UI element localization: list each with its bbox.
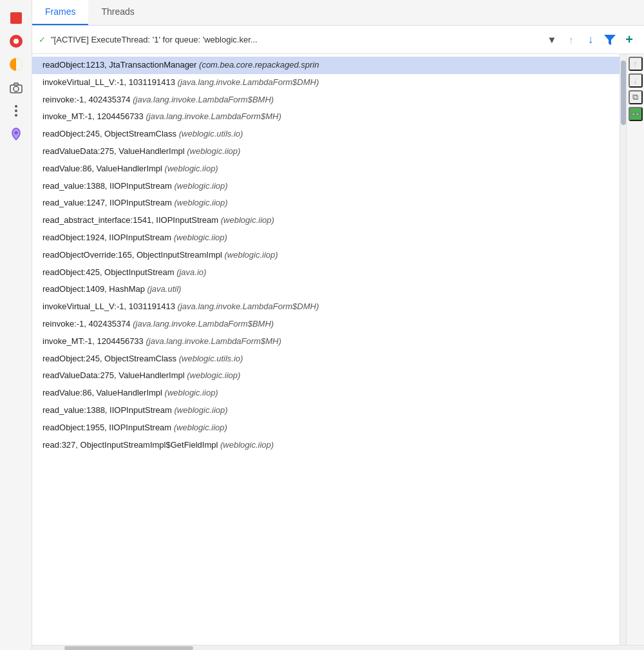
svg-point-2: [14, 131, 17, 135]
check-icon: ✓: [39, 35, 46, 44]
stack-frame-16[interactable]: invoke_MT:-1, 1204456733 (java.lang.invo…: [32, 333, 620, 350]
right-down-button[interactable]: ↓: [629, 73, 643, 88]
stack-frame-19[interactable]: readValue:86, ValueHandlerImpl (weblogic…: [32, 385, 620, 402]
camera-icon[interactable]: [6, 77, 26, 98]
stack-frame-9[interactable]: read_abstract_interface:1541, IIOPInputS…: [32, 212, 620, 229]
pin-icon[interactable]: [6, 124, 26, 144]
scroll-up-button[interactable]: ↑: [563, 32, 580, 48]
stack-frame-5[interactable]: readValueData:275, ValueHandlerImpl (web…: [32, 143, 620, 160]
resume-icon[interactable]: [6, 54, 26, 75]
copy-button[interactable]: ⧉: [629, 90, 643, 104]
stack-frame-0[interactable]: readObject:1213, JtaTransactionManager (…: [32, 57, 620, 74]
scroll-thumb: [621, 61, 626, 125]
stack-frame-14[interactable]: invokeVirtual_LL_V:-1, 1031191413 (java.…: [32, 298, 620, 316]
stack-frame-11[interactable]: readObjectOverride:165, ObjectInputStrea…: [32, 247, 620, 264]
stack-frame-21[interactable]: readObject:1955, IIOPInputStream (weblog…: [32, 419, 620, 437]
content-area[interactable]: readObject:1213, JtaTransactionManager (…: [32, 54, 620, 645]
filter-button[interactable]: [601, 32, 618, 48]
add-button[interactable]: +: [621, 32, 638, 48]
stack-frame-7[interactable]: read_value:1388, IIOPInputStream (weblog…: [32, 178, 620, 195]
stack-frame-3[interactable]: invoke_MT:-1, 1204456733 (java.lang.invo…: [32, 108, 620, 126]
debug-icon[interactable]: [6, 31, 26, 52]
right-up-button[interactable]: ↑: [629, 57, 643, 71]
vertical-scrollbar[interactable]: [620, 54, 626, 645]
stack-frame-20[interactable]: read_value:1388, IIOPInputStream (weblog…: [32, 402, 620, 419]
horizontal-scrollbar[interactable]: [32, 645, 644, 650]
content-wrapper: readObject:1213, JtaTransactionManager (…: [32, 54, 644, 645]
svg-marker-3: [604, 35, 616, 45]
stack-frame-6[interactable]: readValue:86, ValueHandlerImpl (weblogic…: [32, 160, 620, 178]
sidebar: [0, 0, 32, 650]
stack-frame-10[interactable]: readObject:1924, IIOPInputStream (weblog…: [32, 229, 620, 247]
dropdown-button[interactable]: ▼: [544, 32, 560, 48]
svg-point-1: [14, 86, 19, 91]
tab-threads[interactable]: Threads: [88, 0, 147, 25]
tab-frames[interactable]: Frames: [32, 0, 88, 25]
toolbar: ✓ "[ACTIVE] ExecuteThread: '1' for queue…: [32, 26, 644, 54]
h-scroll-thumb: [64, 646, 193, 650]
scroll-down-button[interactable]: ↓: [582, 32, 599, 48]
stack-frame-1[interactable]: invokeVirtual_LL_V:-1, 1031191413 (java.…: [32, 74, 620, 91]
stack-frame-15[interactable]: reinvoke:-1, 402435374 (java.lang.invoke…: [32, 316, 620, 333]
right-toolbar: ↑ ↓ ⧉ 👓: [626, 54, 644, 645]
stack-frame-18[interactable]: readValueData:275, ValueHandlerImpl (web…: [32, 367, 620, 385]
stack-frame-12[interactable]: readObject:425, ObjectInputStream (java.…: [32, 264, 620, 282]
glasses-button[interactable]: 👓: [629, 107, 643, 121]
stack-frame-4[interactable]: readObject:245, ObjectStreamClass (weblo…: [32, 126, 620, 143]
stack-frame-2[interactable]: reinvoke:-1, 402435374 (java.lang.invoke…: [32, 91, 620, 109]
stack-list: readObject:1213, JtaTransactionManager (…: [32, 54, 620, 645]
stack-frame-13[interactable]: readObject:1409, HashMap (java.util): [32, 281, 620, 298]
stop-button[interactable]: [6, 8, 26, 28]
thread-label: "[ACTIVE] ExecuteThread: '1' for queue: …: [51, 35, 541, 44]
stack-frame-17[interactable]: readObject:245, ObjectStreamClass (weblo…: [32, 350, 620, 368]
main-panel: Frames Threads ✓ "[ACTIVE] ExecuteThread…: [32, 0, 644, 650]
more-icon[interactable]: [6, 100, 26, 121]
stack-frame-8[interactable]: read_value:1247, IIOPInputStream (weblog…: [32, 195, 620, 212]
stack-frame-22[interactable]: read:327, ObjectInputStreamImpl$GetField…: [32, 437, 620, 454]
tab-bar: Frames Threads: [32, 0, 644, 26]
